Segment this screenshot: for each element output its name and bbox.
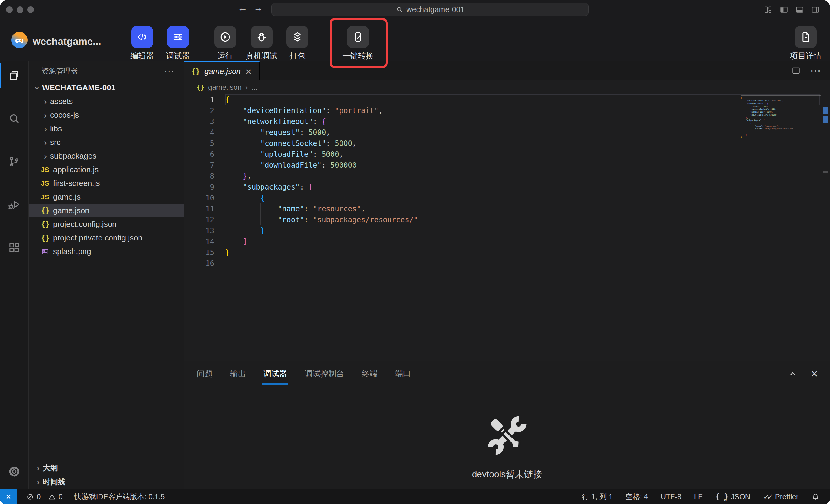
code-line-2[interactable]: 2"deviceOrientation": "portrait", [184,105,830,116]
editor-column: {} game.json × ⋯ {} game.json › ... 1{2"… [184,61,830,489]
editor-button[interactable]: 编辑器 [128,26,156,61]
traffic-lights[interactable] [6,6,34,13]
toggle-panel-icon[interactable] [795,5,804,14]
tab-close-icon[interactable]: × [246,66,252,77]
toggle-sidebar-icon[interactable] [779,5,789,14]
maximize-panel-icon[interactable] [787,368,798,379]
minimap[interactable]: { "deviceOrientation": "portrait", "netw… [741,97,817,139]
activity-settings-icon[interactable] [0,457,29,486]
remote-indicator[interactable] [0,489,17,504]
convert-button[interactable]: 一键转换 [344,26,372,61]
code-line-16[interactable]: 16 [184,258,830,269]
activity-explorer-icon[interactable] [0,61,29,90]
tree-item-src[interactable]: ›src [29,135,184,149]
code-line-5[interactable]: 5"connectSocket": 5000, [184,138,830,149]
code-line-4[interactable]: 4"request": 5000, [184,127,830,138]
breadcrumb[interactable]: {} game.json › ... [184,81,830,94]
maximize-window-button[interactable] [27,6,34,13]
activity-run-debug-icon[interactable] [0,190,29,219]
chevron-right-icon: › [41,96,50,107]
line-number: 10 [184,193,225,203]
breadcrumb-more[interactable]: ... [252,83,258,92]
run-button[interactable]: 运行 [211,26,239,61]
folder-label: src [50,138,61,147]
back-button[interactable]: ← [236,2,249,14]
explorer-more-actions-icon[interactable]: ⋯ [164,65,175,77]
panel-tab-终端[interactable]: 终端 [362,363,377,384]
sidebar-section-大纲[interactable]: ›大纲 [29,461,184,475]
cursor-position-status[interactable]: 行 1, 列 1 [582,492,613,502]
tree-item-splash-png[interactable]: splash.png [29,245,184,258]
editor-more-actions-icon[interactable]: ⋯ [810,64,822,77]
panel-tab-端口[interactable]: 端口 [395,363,411,384]
activity-source-control-icon[interactable] [0,147,29,176]
sidebar-section-时间线[interactable]: ›时间线 [29,475,184,489]
tree-item-game-js[interactable]: JSgame.js [29,190,184,204]
layout-customize-icon[interactable] [763,5,773,14]
tree-root-wechatgame-001[interactable]: › WECHATGAME-001 [29,81,184,95]
tree-item-first-screen-js[interactable]: JSfirst-screen.js [29,177,184,190]
code-line-9[interactable]: 9"subpackages": [ [184,182,830,193]
line-number: 3 [184,116,225,127]
minimap-slider[interactable] [741,95,821,96]
ide-version-status[interactable]: 快游戏IDE客户端版本: 0.1.5 [74,492,165,502]
split-editor-icon[interactable] [791,66,801,75]
package-button[interactable]: 打包 [283,26,311,61]
tab-bar: {} game.json × ⋯ [184,61,830,81]
language-label: JSON [731,493,750,501]
code-line-11[interactable]: 11"name": "resources", [184,203,830,214]
code-line-14[interactable]: 14] [184,236,830,247]
panel-tab-调试控制台[interactable]: 调试控制台 [305,363,344,384]
project-search-box[interactable]: wechatgame-001 [271,3,589,16]
tree-item-project-config-json[interactable]: {}project.config.json [29,217,184,231]
panel-tab-输出[interactable]: 输出 [230,363,246,384]
file-label: project.private.config.json [53,233,142,243]
indentation-status[interactable]: 空格: 4 [626,492,648,502]
panel-tab-问题[interactable]: 问题 [197,363,213,384]
tree-item-libs[interactable]: ›libs [29,122,184,135]
folder-label: assets [50,97,73,106]
tree-item-game-json[interactable]: {}game.json [29,204,184,217]
language-mode-status[interactable]: { }⊗ JSON [715,493,750,501]
tree-item-cocos-js[interactable]: ›cocos-js [29,108,184,122]
minimize-window-button[interactable] [17,6,23,13]
close-window-button[interactable] [6,6,13,13]
tree-item-subpackages[interactable]: ›subpackages [29,149,184,163]
header-toolbar: 编辑器调试器运行真机调试打包一键转换 [128,26,372,61]
folder-label: cocos-js [50,111,79,120]
breadcrumb-file[interactable]: game.json [208,83,242,92]
code-line-1[interactable]: 1{ [184,94,830,105]
code-line-15[interactable]: 15} [184,247,830,258]
bell-icon[interactable] [811,493,820,501]
tree-item-assets[interactable]: ›assets [29,95,184,108]
project-details-button[interactable]: 项目详情 [792,26,820,61]
package-label: 打包 [289,51,305,61]
file-label: game.js [53,192,81,202]
code-line-10[interactable]: 10{ [184,193,830,203]
forward-button[interactable]: → [252,2,264,14]
phone-convert-icon [351,30,365,44]
chevron-right-icon: › [41,124,50,134]
code-line-3[interactable]: 3"networkTimeout": { [184,116,830,127]
code-line-7[interactable]: 7"downloadFile": 500000 [184,160,830,171]
code-line-13[interactable]: 13} [184,225,830,236]
eol-status[interactable]: LF [694,493,703,501]
code-editor[interactable]: 1{2"deviceOrientation": "portrait",3"net… [184,94,830,360]
close-panel-icon[interactable]: × [811,368,818,380]
tree-item-project-private-config-json[interactable]: {}project.private.config.json [29,231,184,245]
toggle-secondary-sidebar-icon[interactable] [810,5,820,14]
formatter-status[interactable]: ✓✓ Prettier [763,492,798,502]
tab-game-json[interactable]: {} game.json × [184,61,260,81]
activity-search-icon[interactable] [0,104,29,133]
panel-tab-调试器[interactable]: 调试器 [263,363,287,384]
debugger-button[interactable]: 调试器 [164,26,192,61]
problems-status[interactable]: 0 0 [26,493,63,501]
code-line-8[interactable]: 8}, [184,171,830,182]
activity-extensions-icon[interactable] [0,233,29,262]
project-title: wechatgame... [33,36,101,47]
encoding-status[interactable]: UTF-8 [661,493,681,501]
code-line-12[interactable]: 12"root": "subpackages/resources/" [184,214,830,225]
device-debug-button[interactable]: 真机调试 [248,26,276,61]
tree-item-application-js[interactable]: JSapplication.js [29,163,184,177]
code-line-6[interactable]: 6"uploadFile": 5000, [184,149,830,160]
